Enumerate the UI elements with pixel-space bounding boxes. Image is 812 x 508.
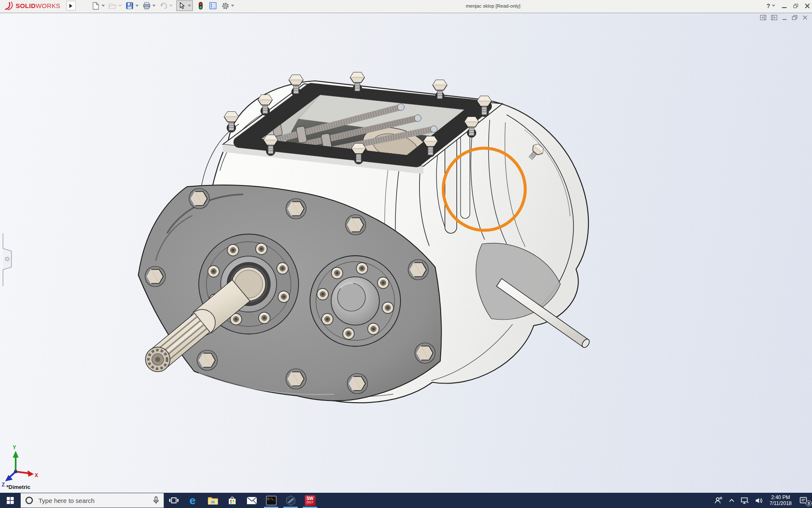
task-view-button[interactable]	[164, 493, 184, 508]
taskbar-store[interactable]	[222, 493, 242, 508]
open-folder-icon	[109, 2, 117, 10]
taskbar-hexagon-app[interactable]	[281, 493, 300, 508]
dropdown-caret[interactable]	[135, 5, 139, 7]
title-bar: SOLIDWORKS	[0, 0, 812, 13]
windows-logo-icon	[7, 497, 14, 504]
network-button[interactable]	[738, 493, 752, 508]
save-floppy-icon	[126, 2, 134, 10]
options-button[interactable]	[221, 2, 234, 10]
gear-icon	[221, 2, 230, 10]
printer-icon	[143, 2, 151, 10]
minimize-button[interactable]	[782, 7, 787, 8]
file-properties-button[interactable]	[209, 2, 217, 10]
network-icon	[741, 497, 749, 504]
print-button[interactable]	[143, 2, 156, 10]
dropdown-caret[interactable]	[772, 5, 775, 7]
svg-text:e: e	[189, 495, 195, 506]
solidworks-2017-icon: SW 2017	[305, 495, 315, 506]
speaker-icon	[755, 497, 763, 504]
hexagon-app-icon	[285, 495, 296, 506]
undo-button[interactable]	[159, 2, 173, 10]
action-center-button[interactable]: 3	[795, 493, 812, 508]
microphone-icon[interactable]	[153, 496, 159, 505]
taskbar-clock[interactable]: 2:40 PM 7/11/2018	[766, 494, 796, 506]
clock-time: 2:40 PM	[770, 494, 792, 500]
people-icon	[714, 497, 723, 504]
toolbar-flyout-button[interactable]	[66, 1, 76, 11]
gearbox-3d-model[interactable]: Y X Z	[0, 13, 812, 493]
view-orientation-label: *Dimetric	[6, 484, 30, 490]
dropdown-caret[interactable]	[102, 5, 105, 7]
start-button[interactable]	[0, 493, 20, 508]
select-cursor-icon	[178, 2, 187, 10]
dropdown-caret[interactable]	[118, 5, 122, 7]
rebuild-button[interactable]	[197, 2, 205, 10]
orientation-triad: Y X Z	[2, 444, 38, 488]
properties-list-icon	[209, 2, 217, 10]
windows-taskbar: e	[0, 493, 812, 508]
new-document-icon	[92, 2, 100, 10]
select-tool-button[interactable]	[176, 0, 193, 11]
dropdown-caret[interactable]	[169, 5, 173, 7]
solidworks-logo-icon	[4, 2, 14, 10]
z-axis-label: Z	[2, 482, 5, 488]
save-button[interactable]	[126, 2, 139, 10]
taskbar-command-prompt[interactable]: C:\_	[261, 493, 281, 508]
solidworks-window: SOLIDWORKS	[0, 0, 812, 508]
mail-icon	[247, 497, 257, 505]
cortana-icon	[25, 496, 33, 505]
new-document-button[interactable]	[92, 2, 105, 10]
dropdown-caret[interactable]	[231, 5, 234, 7]
search-input[interactable]	[38, 497, 148, 505]
notification-badge: 3	[806, 500, 812, 506]
brand-light: WORKS	[36, 2, 60, 9]
system-tray: 2:40 PM 7/11/2018 3	[711, 493, 812, 508]
panel-expand-icon[interactable]	[5, 257, 9, 261]
y-axis-arrow	[13, 451, 19, 458]
command-prompt-icon: C:\_	[266, 496, 277, 505]
taskbar-solidworks-2017[interactable]: SW 2017	[300, 493, 320, 508]
chevron-up-icon	[729, 498, 735, 502]
taskbar-mail[interactable]	[242, 493, 261, 508]
dropdown-caret[interactable]	[188, 5, 191, 7]
store-icon	[227, 495, 237, 505]
y-axis-label: Y	[13, 444, 16, 450]
open-document-button[interactable]	[109, 2, 122, 10]
quick-access-toolbar	[92, 0, 234, 11]
task-view-icon	[169, 496, 179, 505]
solidworks-brand: SOLIDWORKS	[0, 0, 64, 11]
restore-button[interactable]	[793, 4, 798, 8]
close-button[interactable]	[805, 3, 809, 8]
x-axis-arrow	[27, 470, 34, 477]
help-button[interactable]: ?	[766, 3, 775, 9]
taskbar-file-explorer[interactable]	[203, 493, 222, 508]
dropdown-caret[interactable]	[152, 5, 156, 7]
clock-date: 7/11/2018	[770, 500, 792, 506]
collapsed-panel-tab[interactable]	[3, 233, 11, 286]
graphics-area[interactable]: Y X Z *Dimetric	[0, 13, 812, 493]
undo-icon	[159, 2, 168, 10]
volume-button[interactable]	[752, 493, 766, 508]
people-button[interactable]	[711, 493, 726, 508]
secondary-cover[interactable]	[310, 256, 401, 346]
edge-icon: e	[188, 495, 199, 506]
taskbar-search[interactable]	[20, 493, 164, 508]
folder-icon	[208, 496, 218, 505]
traffic-light-icon	[197, 2, 205, 10]
x-axis-label: X	[35, 472, 38, 478]
taskbar-edge[interactable]: e	[184, 493, 203, 508]
document-title: menjac sklop [Read-only]	[466, 3, 520, 8]
svg-text:C:\_: C:\_	[267, 497, 275, 501]
hidden-icons-button[interactable]	[726, 493, 738, 508]
brand-bold: SOLID	[16, 2, 36, 9]
